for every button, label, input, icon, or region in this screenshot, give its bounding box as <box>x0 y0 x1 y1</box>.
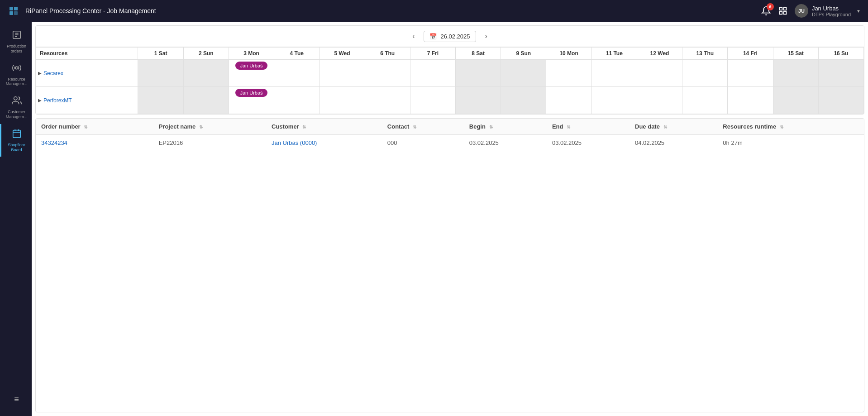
avatar: JU <box>795 4 808 18</box>
perforexmt-day-4 <box>274 87 320 114</box>
sidebar-item-production-orders[interactable]: Production orders <box>0 25 32 58</box>
hamburger-icon: ≡ <box>14 395 19 404</box>
shopfloor-board-icon <box>12 129 22 141</box>
expand-arrow-icon: ▶ <box>38 71 42 76</box>
date-display[interactable]: 📅 26.02.2025 <box>424 31 476 42</box>
secarex-link[interactable]: ▶ Secarex <box>38 70 136 77</box>
sidebar-label-production-orders: Production orders <box>3 44 30 54</box>
svg-rect-1 <box>14 7 18 10</box>
perforexmt-day-8 <box>456 87 501 114</box>
next-date-button[interactable]: › <box>482 30 491 42</box>
sort-icon-end[interactable]: ⇅ <box>567 124 570 129</box>
table-row: ▶ PerforexMT Jan Urbaś <box>36 87 864 114</box>
col-resources-runtime: Resources runtime ⇅ <box>717 119 864 135</box>
sidebar-label-customer-management: Customer Managem... <box>3 110 30 120</box>
notification-button[interactable]: 6 <box>761 6 771 16</box>
col-2-sun: 2 Sun <box>183 48 229 60</box>
user-info: Jan Urbas DTPs Playground <box>812 5 851 17</box>
main-layout: Production orders Resource Managem... <box>0 22 868 416</box>
grid-icon[interactable] <box>778 6 787 15</box>
chevron-down-icon: ▼ <box>856 9 861 14</box>
calendar-grid: Resources 1 Sat 2 Sun 3 Mon 4 Tue 5 Wed … <box>36 47 864 114</box>
secarex-day-13 <box>682 60 728 87</box>
row-order_number[interactable]: 34324234 <box>36 135 153 151</box>
row-begin: 03.02.2025 <box>464 135 547 151</box>
header-right: 6 JU Jan Urbas DTPs Playground ▼ <box>761 4 861 18</box>
svg-rect-0 <box>10 7 13 10</box>
perforexmt-event-jan-urbas[interactable]: Jan Urbaś <box>235 89 267 97</box>
col-contact: Contact ⇅ <box>382 119 464 135</box>
perforexmt-day-5 <box>320 87 365 114</box>
secarex-day-3: Jan Urbaś <box>229 60 274 87</box>
sidebar-item-resource-management[interactable]: Resource Managem... <box>0 58 32 91</box>
secarex-day-1 <box>138 60 183 87</box>
col-15-sat: 15 Sat <box>773 48 818 60</box>
col-11-tue: 11 Tue <box>591 48 637 60</box>
customer-management-icon <box>12 96 22 108</box>
orders-table: Order number ⇅ Project name ⇅ Customer ⇅ <box>36 119 864 151</box>
svg-point-12 <box>15 67 18 69</box>
table-row: 34324234EP22016Jan Urbas (0000)00003.02.… <box>36 135 864 151</box>
svg-rect-7 <box>784 12 787 14</box>
sort-icon-customer[interactable]: ⇅ <box>302 124 306 129</box>
secarex-day-5 <box>320 60 365 87</box>
prev-date-button[interactable]: ‹ <box>409 30 418 42</box>
col-order-number: Order number ⇅ <box>36 119 153 135</box>
sort-icon-order-number[interactable]: ⇅ <box>84 124 87 129</box>
row-customer[interactable]: Jan Urbas (0000) <box>266 135 382 151</box>
perforexmt-day-12 <box>637 87 682 114</box>
sort-icon-resources-runtime[interactable]: ⇅ <box>780 124 783 129</box>
sidebar-bottom: ≡ <box>11 390 21 416</box>
resource-perforexmt-cell: ▶ PerforexMT <box>36 87 138 114</box>
calendar-table: Resources 1 Sat 2 Sun 3 Mon 4 Tue 5 Wed … <box>36 47 864 114</box>
user-area[interactable]: JU Jan Urbas DTPs Playground ▼ <box>795 4 861 18</box>
resources-header: Resources <box>36 48 138 60</box>
col-project-name: Project name ⇅ <box>153 119 266 135</box>
date-navigation: ‹ 📅 26.02.2025 › <box>36 26 864 47</box>
secarex-day-11 <box>591 60 637 87</box>
top-header: RiPanel Processing Center - Job Manageme… <box>0 0 868 22</box>
secarex-label: Secarex <box>43 70 63 77</box>
col-3-mon: 3 Mon <box>229 48 274 60</box>
notification-badge: 6 <box>767 3 774 10</box>
col-10-mon: 10 Mon <box>546 48 591 60</box>
sidebar-item-customer-management[interactable]: Customer Managem... <box>0 91 32 124</box>
row-contact: 000 <box>382 135 464 151</box>
perforexmt-day-7 <box>410 87 455 114</box>
table-header-row: Order number ⇅ Project name ⇅ Customer ⇅ <box>36 119 864 135</box>
perforexmt-day-13 <box>682 87 728 114</box>
svg-rect-14 <box>13 130 20 138</box>
production-orders-icon <box>12 30 22 42</box>
row-end: 03.02.2025 <box>547 135 630 151</box>
perforexmt-day-11 <box>591 87 637 114</box>
secarex-day-2 <box>183 60 229 87</box>
col-13-thu: 13 Thu <box>682 48 728 60</box>
col-1-sat: 1 Sat <box>138 48 183 60</box>
perforexmt-day-10 <box>546 87 591 114</box>
sidebar-menu-toggle[interactable]: ≡ <box>11 390 21 409</box>
user-name: Jan Urbas <box>812 5 851 12</box>
table-row: ▶ Secarex Jan Urbaś <box>36 60 864 87</box>
app-title: RiPanel Processing Center - Job Manageme… <box>25 7 761 14</box>
expand-arrow-icon: ▶ <box>38 98 42 103</box>
resource-management-icon <box>12 63 22 75</box>
col-due-date: Due date ⇅ <box>630 119 717 135</box>
perforexmt-day-14 <box>728 87 773 114</box>
sort-icon-due-date[interactable]: ⇅ <box>663 124 667 129</box>
current-date: 26.02.2025 <box>440 33 470 40</box>
secarex-event-jan-urbas[interactable]: Jan Urbaś <box>235 62 267 70</box>
perforexmt-day-16 <box>818 87 863 114</box>
col-8-sat: 8 Sat <box>456 48 501 60</box>
secarex-day-8 <box>456 60 501 87</box>
sidebar-item-shopfloor-board[interactable]: Shopfloor Board <box>0 124 32 157</box>
svg-rect-2 <box>10 11 13 15</box>
perforexmt-day-2 <box>183 87 229 114</box>
row-project_name[interactable]: EP22016 <box>153 135 266 151</box>
sort-icon-project-name[interactable]: ⇅ <box>199 124 203 129</box>
svg-point-13 <box>14 97 17 100</box>
sort-icon-begin[interactable]: ⇅ <box>489 124 493 129</box>
sort-icon-contact[interactable]: ⇅ <box>413 124 416 129</box>
perforexmt-link[interactable]: ▶ PerforexMT <box>38 97 136 104</box>
app-icon <box>7 5 20 17</box>
col-14-fri: 14 Fri <box>728 48 773 60</box>
